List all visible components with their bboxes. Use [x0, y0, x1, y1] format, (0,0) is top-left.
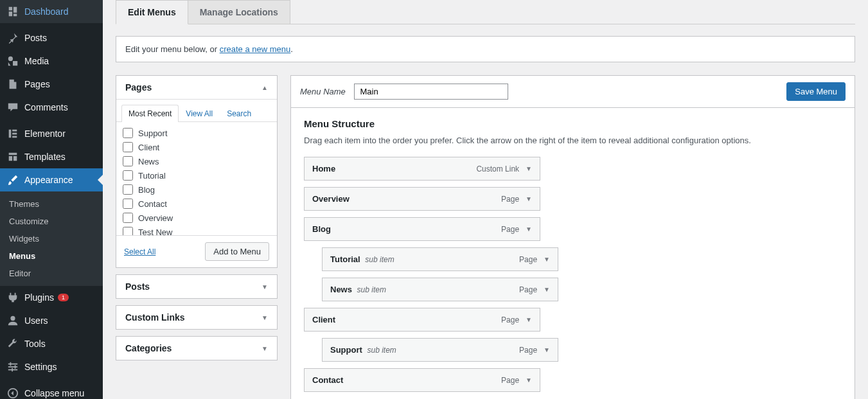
sidebar-item-label: Elementor: [24, 129, 66, 139]
page-checkbox[interactable]: [123, 199, 133, 209]
posts-metabox-toggle[interactable]: Posts ▼: [116, 275, 277, 298]
tab-most-recent[interactable]: Most Recent: [121, 105, 179, 122]
sub-item-label: sub item: [357, 285, 386, 294]
sidebar-item-label: Plugins: [24, 292, 54, 303]
menu-item[interactable]: News sub itemPage▼: [322, 278, 558, 301]
submenu-widgets[interactable]: Widgets: [0, 230, 103, 247]
svg-rect-9: [10, 362, 12, 366]
sidebar-item-comments[interactable]: Comments: [0, 96, 103, 119]
sidebar-item-pages[interactable]: Pages: [0, 73, 103, 96]
menu-name-input[interactable]: [354, 84, 508, 100]
page-checkbox[interactable]: [123, 227, 133, 235]
menu-item-expand-icon[interactable]: ▼: [526, 195, 532, 202]
page-checkbox[interactable]: [123, 142, 133, 152]
menu-item[interactable]: Tutorial sub itemPage▼: [322, 247, 558, 271]
main-content: Edit Menus Manage Locations Edit your me…: [103, 0, 868, 399]
sidebar-item-posts[interactable]: Posts: [0, 26, 103, 49]
menu-item[interactable]: ClientPage▼: [304, 308, 540, 332]
menu-item-expand-icon[interactable]: ▼: [544, 286, 550, 293]
sidebar-item-plugins[interactable]: Plugins 1: [0, 286, 103, 309]
tab-search[interactable]: Search: [220, 105, 258, 122]
sidebar-item-label: Settings: [24, 362, 57, 372]
nav-tabs: Edit Menus Manage Locations: [116, 0, 855, 24]
sidebar-item-tools[interactable]: Tools: [0, 332, 103, 355]
create-new-menu-link[interactable]: create a new menu: [220, 44, 291, 54]
categories-metabox-toggle[interactable]: Categories ▼: [116, 337, 277, 360]
brush-icon: [6, 173, 19, 186]
caret-up-icon: ▲: [261, 84, 268, 91]
sidebar-item-settings[interactable]: Settings: [0, 355, 103, 378]
user-icon: [6, 314, 19, 327]
sidebar-item-dashboard[interactable]: Dashboard: [0, 0, 103, 23]
menu-item-meta: Page▼: [519, 255, 550, 264]
templates-icon: [6, 150, 19, 163]
page-checkbox-row[interactable]: Contact: [123, 197, 270, 211]
sidebar-item-label: Dashboard: [24, 6, 69, 17]
tab-manage-locations[interactable]: Manage Locations: [188, 0, 290, 24]
menu-item-title: News sub item: [330, 285, 386, 294]
metabox-title: Custom Links: [125, 312, 185, 323]
pages-metabox: Pages ▲ Most Recent View All Search Supp…: [116, 75, 278, 268]
submenu-editor[interactable]: Editor: [0, 265, 103, 282]
sidebar-item-media[interactable]: Media: [0, 49, 103, 73]
sidebar-item-appearance[interactable]: Appearance: [0, 168, 103, 191]
sidebar-item-templates[interactable]: Templates: [0, 145, 103, 168]
page-checkbox-label: Tutorial: [138, 171, 166, 181]
pages-checklist[interactable]: SupportClientNewsTutorialBlogContactOver…: [116, 122, 277, 235]
submenu-menus[interactable]: Menus: [0, 247, 103, 265]
metabox-title: Posts: [125, 281, 150, 292]
menu-item-type: Page: [501, 225, 519, 234]
page-checkbox-row[interactable]: Blog: [123, 182, 270, 197]
menu-item-expand-icon[interactable]: ▼: [526, 377, 532, 384]
page-checkbox[interactable]: [123, 213, 133, 223]
page-checkbox-row[interactable]: Client: [123, 140, 270, 154]
menu-items-list: HomeCustom Link▼OverviewPage▼BlogPage▼Tu…: [304, 157, 842, 392]
menu-item-meta: Page▼: [519, 285, 550, 294]
sidebar-item-elementor[interactable]: Elementor: [0, 122, 103, 145]
page-checkbox-row[interactable]: Overview: [123, 211, 270, 225]
menu-item-type: Custom Link: [476, 164, 519, 173]
menu-item-expand-icon[interactable]: ▼: [526, 165, 532, 172]
page-checkbox[interactable]: [123, 128, 133, 138]
menu-item-expand-icon[interactable]: ▼: [544, 256, 550, 263]
svg-point-5: [10, 316, 15, 321]
menu-item-expand-icon[interactable]: ▼: [526, 316, 532, 323]
select-all-link[interactable]: Select All: [124, 247, 155, 256]
menu-item[interactable]: OverviewPage▼: [304, 187, 540, 211]
page-checkbox-row[interactable]: Test New: [123, 225, 270, 235]
page-checkbox[interactable]: [123, 184, 133, 195]
submenu-customize[interactable]: Customize: [0, 213, 103, 230]
plugin-icon: [6, 291, 19, 304]
sidebar-item-users[interactable]: Users: [0, 309, 103, 332]
add-to-menu-button[interactable]: Add to Menu: [205, 242, 269, 261]
pages-metabox-toggle[interactable]: Pages ▲: [116, 76, 277, 100]
menu-item-meta: Page▼: [501, 225, 532, 234]
submenu-themes[interactable]: Themes: [0, 195, 103, 213]
custom-links-metabox-toggle[interactable]: Custom Links ▼: [116, 306, 277, 329]
tab-edit-menus[interactable]: Edit Menus: [116, 0, 188, 24]
dashboard-icon: [6, 5, 19, 18]
menu-item-expand-icon[interactable]: ▼: [544, 346, 550, 353]
pages-metabox-footer: Select All Add to Menu: [116, 235, 277, 267]
menu-item[interactable]: BlogPage▼: [304, 217, 540, 241]
add-items-column: Pages ▲ Most Recent View All Search Supp…: [116, 75, 278, 399]
sidebar-item-label: Pages: [24, 79, 50, 89]
menu-item-expand-icon[interactable]: ▼: [526, 226, 532, 233]
menu-item-title: Support sub item: [330, 345, 396, 355]
tab-view-all[interactable]: View All: [179, 105, 220, 122]
page-checkbox-row[interactable]: News: [123, 154, 270, 168]
sidebar-item-collapse[interactable]: Collapse menu: [0, 382, 103, 399]
menu-item[interactable]: Support sub itemPage▼: [322, 338, 558, 362]
admin-sidebar: Dashboard Posts Media Pages Comments Ele…: [0, 0, 103, 399]
page-checkbox-row[interactable]: Tutorial: [123, 168, 270, 182]
page-checkbox[interactable]: [123, 156, 133, 166]
custom-links-metabox: Custom Links ▼: [116, 305, 278, 330]
page-checkbox[interactable]: [123, 170, 133, 181]
elementor-icon: [6, 127, 19, 140]
save-menu-button[interactable]: Save Menu: [786, 82, 846, 101]
menu-item[interactable]: HomeCustom Link▼: [304, 157, 540, 181]
notice-suffix: .: [290, 44, 293, 54]
menu-item[interactable]: ContactPage▼: [304, 368, 540, 392]
svg-rect-10: [15, 365, 16, 368]
page-checkbox-row[interactable]: Support: [123, 126, 270, 140]
